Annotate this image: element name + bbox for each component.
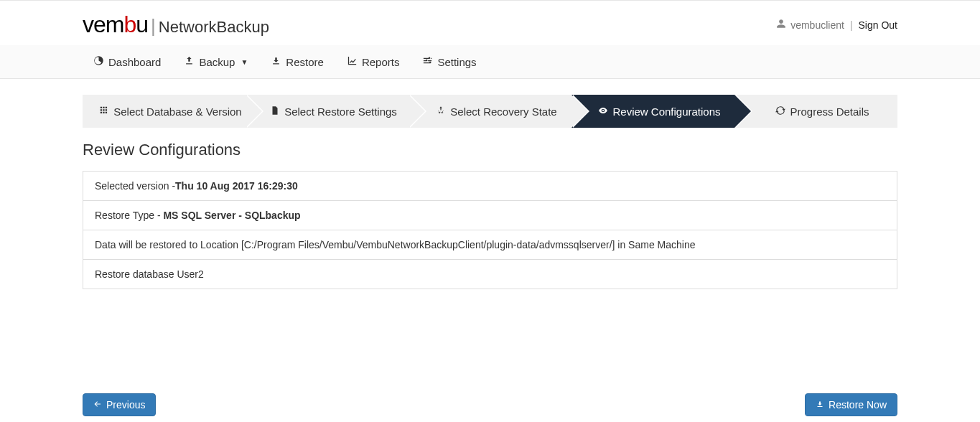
user-icon [776,19,786,31]
download-icon [271,55,281,68]
refresh-icon [775,106,785,118]
config-row-version: Selected version -Thu 10 Aug 2017 16:29:… [83,172,897,201]
primary-nav: Dashboard Backup ▼ Restore Reports Setti… [0,45,980,79]
caret-down-icon: ▼ [241,58,248,66]
config-row-restore-type: Restore Type - MS SQL Server - SQLbackup [83,201,897,230]
config-row-database: Restore database User2 [83,260,897,289]
page-title: Review Configurations [83,141,897,159]
logo: vembu | NetworkBackup [83,11,269,38]
nav-restore[interactable]: Restore [271,55,324,68]
content: Select Database & Version Select Restore… [0,79,980,289]
wizard-step-1-label: Select Database & Version [113,106,241,118]
version-value: Thu 10 Aug 2017 16:29:30 [175,180,298,192]
signout-link[interactable]: Sign Out [859,19,897,31]
logo-prefix: vem [83,11,123,37]
nav-dashboard[interactable]: Dashboard [93,55,161,68]
nav-backup[interactable]: Backup ▼ [184,55,248,68]
product-name: NetworkBackup [159,18,269,37]
divider: | [850,19,853,31]
nav-backup-label: Backup [199,56,235,68]
wizard-step-2[interactable]: Select Restore Settings [246,95,409,128]
file-icon [270,106,280,118]
logo-divider: | [151,15,156,37]
wizard-step-2-label: Select Restore Settings [284,106,397,118]
nav-restore-label: Restore [286,56,324,68]
header-user-area: vembuclient | Sign Out [776,19,897,31]
wizard-step-5-label: Progress Details [790,106,869,118]
nav-reports-label: Reports [362,56,400,68]
header: vembu | NetworkBackup vembuclient | Sign… [0,0,980,45]
grid-icon [99,106,109,118]
nav-settings-label: Settings [437,56,476,68]
dashboard-icon [93,55,104,68]
wizard-steps: Select Database & Version Select Restore… [83,95,897,128]
nav-reports[interactable]: Reports [347,55,400,68]
recycle-icon [436,106,446,118]
wizard-step-4[interactable]: Review Configurations [571,95,734,128]
username-label: vembuclient [790,19,844,31]
logo-b: b [123,11,136,37]
chart-icon [347,55,358,68]
wizard-step-4-label: Review Configurations [612,106,720,118]
config-row-location: Data will be restored to Location [C:/Pr… [83,230,897,260]
upload-icon [184,55,195,68]
wizard-step-5[interactable]: Progress Details [734,95,897,128]
nav-dashboard-label: Dashboard [108,56,161,68]
restore-type-value: MS SQL Server - SQLbackup [163,210,300,221]
restore-type-label: Restore Type - [95,210,163,221]
location-text: Data will be restored to Location [C:/Pr… [95,239,696,250]
nav-settings[interactable]: Settings [422,55,476,68]
wizard-step-3-label: Select Recovery State [450,106,556,118]
settings-icon [422,55,433,68]
wizard-step-1[interactable]: Select Database & Version [83,95,246,128]
wizard-step-3[interactable]: Select Recovery State [409,95,571,128]
config-panel: Selected version -Thu 10 Aug 2017 16:29:… [83,171,897,289]
version-label: Selected version - [95,180,175,192]
eye-icon [598,106,608,118]
logo-suffix: u [136,11,148,37]
database-text: Restore database User2 [95,268,204,280]
